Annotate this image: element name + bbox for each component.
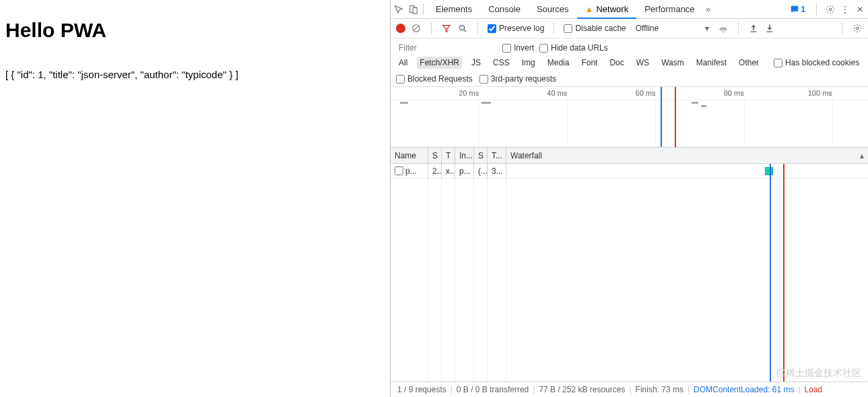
hide-data-urls-checkbox[interactable]: Hide data URLs (539, 43, 608, 53)
status-finish: Finish: 73 ms (636, 385, 683, 394)
status-dcl: DOMContentLoaded: 61 ms (694, 385, 794, 394)
status-bar: 1 / 9 requests | 0 B / 0 B transferred |… (391, 382, 868, 397)
tab-sources[interactable]: Sources (529, 0, 577, 18)
more-tabs-icon[interactable]: » (703, 4, 714, 15)
sort-icon: ▴ (860, 151, 864, 160)
col-type[interactable]: T (442, 148, 455, 163)
chip-wasm[interactable]: Wasm (659, 57, 687, 69)
table-header: Name S T In... S T... Waterfall▴ (391, 148, 868, 164)
throttling-select[interactable]: Offline (632, 22, 663, 34)
clear-icon[interactable] (411, 23, 422, 34)
timeline-tick: 20 ms (459, 89, 479, 97)
type-filter-chips: All Fetch/XHR JS CSS Img Media Font Doc … (391, 54, 868, 71)
record-icon[interactable] (396, 24, 405, 33)
table-row[interactable]: p... 2... x... p... (... 3... (391, 164, 868, 179)
network-settings-icon[interactable] (852, 23, 863, 34)
filter-icon[interactable] (441, 23, 452, 34)
tab-elements[interactable]: Elements (428, 0, 480, 18)
kebab-menu-icon[interactable]: ⋮ (840, 4, 850, 15)
timeline-tick: 80 ms (724, 89, 744, 97)
warning-icon: ▲ (585, 4, 594, 14)
devtools-tab-strip: Elements Console Sources ▲Network Perfor… (391, 0, 868, 19)
settings-icon[interactable] (825, 4, 836, 15)
svg-line-4 (414, 26, 419, 31)
svg-rect-8 (751, 31, 757, 32)
timeline-tick: 100 ms (808, 89, 832, 97)
request-table: Name S T In... S T... Waterfall▴ p... 2.… (391, 148, 868, 382)
upload-har-icon[interactable] (748, 23, 759, 34)
chip-manifest[interactable]: Manifest (694, 57, 729, 69)
chip-other[interactable]: Other (736, 57, 762, 69)
chip-font[interactable]: Font (578, 57, 600, 69)
tab-console[interactable]: Console (480, 0, 529, 18)
page-body-text: [ { "id": 1, "title": "json-server", "au… (5, 69, 385, 80)
col-status[interactable]: S (428, 148, 442, 163)
devtools-panel: Elements Console Sources ▲Network Perfor… (391, 0, 868, 397)
inspect-icon[interactable] (393, 4, 404, 15)
chip-css[interactable]: CSS (490, 57, 512, 69)
status-transferred: 0 B / 0 B transferred (457, 385, 529, 394)
svg-rect-9 (767, 31, 773, 32)
blocked-requests-checkbox[interactable]: Blocked Requests (396, 74, 473, 84)
col-initiator[interactable]: In... (455, 148, 474, 163)
chip-js[interactable]: JS (469, 57, 483, 69)
col-size[interactable]: S (474, 148, 488, 163)
network-conditions-icon[interactable] (718, 23, 729, 34)
rendered-page: Hello PWA [ { "id": 1, "title": "json-se… (0, 0, 391, 397)
chip-media[interactable]: Media (545, 57, 572, 69)
download-har-icon[interactable] (764, 23, 775, 34)
invert-checkbox[interactable]: Invert (502, 43, 534, 53)
disable-cache-checkbox[interactable]: Disable cache (564, 24, 626, 33)
col-waterfall[interactable]: Waterfall▴ (506, 148, 868, 163)
svg-rect-1 (413, 7, 417, 13)
tab-network[interactable]: ▲Network (577, 0, 637, 18)
issues-badge[interactable]: 1 (787, 5, 808, 14)
svg-point-2 (829, 8, 832, 11)
svg-point-7 (723, 31, 724, 32)
status-resources: 77 B / 252 kB resources (539, 385, 625, 394)
status-requests: 1 / 9 requests (397, 385, 446, 394)
col-name[interactable]: Name (391, 148, 428, 163)
chip-doc[interactable]: Doc (607, 57, 626, 69)
chip-img[interactable]: Img (519, 57, 538, 69)
filter-input[interactable] (396, 42, 497, 54)
has-blocked-cookies-checkbox[interactable]: Has blocked cookies (774, 58, 859, 67)
chip-fetch-xhr[interactable]: Fetch/XHR (417, 57, 462, 69)
timeline-tick: 60 ms (636, 89, 656, 97)
third-party-checkbox[interactable]: 3rd-party requests (479, 74, 556, 84)
col-time[interactable]: T... (488, 148, 506, 163)
row-checkbox[interactable] (395, 166, 403, 175)
timeline-tick: 40 ms (547, 89, 567, 97)
tab-performance[interactable]: Performance (636, 0, 702, 18)
chip-all[interactable]: All (396, 57, 410, 69)
search-icon[interactable] (457, 23, 468, 34)
close-icon[interactable]: ✕ (855, 4, 865, 15)
status-load: Load (805, 385, 823, 394)
preserve-log-checkbox[interactable]: Preserve log (488, 24, 544, 33)
svg-point-10 (856, 27, 859, 30)
filter-bar: Invert Hide data URLs (391, 38, 868, 54)
network-toolbar: Preserve log Disable cache Offline ▾ (391, 19, 868, 38)
svg-point-5 (460, 26, 465, 30)
timeline-overview[interactable]: 20 ms 40 ms 60 ms 80 ms 100 ms (391, 87, 868, 148)
request-filter-row2: Blocked Requests 3rd-party requests (391, 71, 868, 87)
throttling-chevron-icon[interactable]: ▾ (702, 23, 712, 34)
device-toggle-icon[interactable] (408, 4, 419, 15)
chip-ws[interactable]: WS (634, 57, 652, 69)
svg-line-6 (464, 30, 467, 32)
page-title: Hello PWA (5, 19, 385, 42)
